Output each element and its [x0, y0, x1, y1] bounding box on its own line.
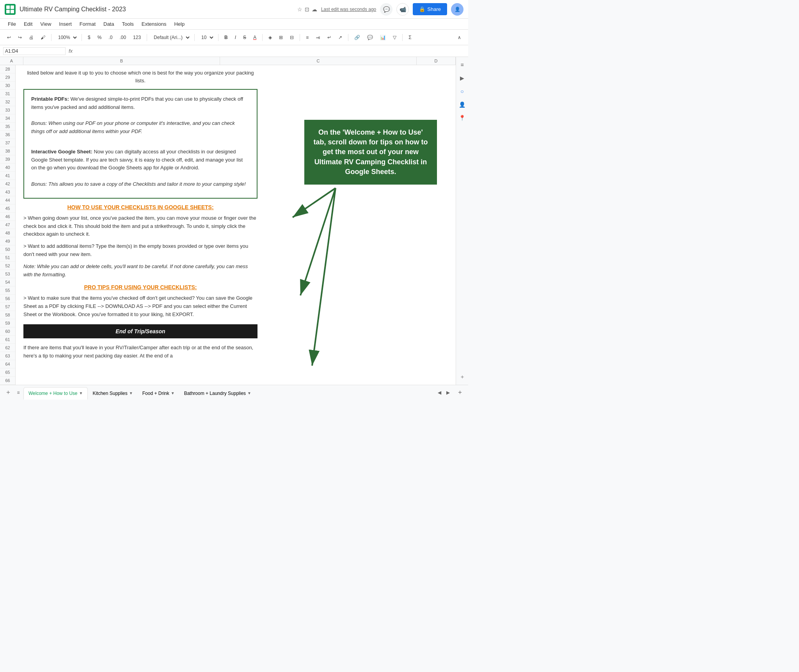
- right-sidebar: ≡ ▶ ○ 👤 📍 ＋: [456, 57, 468, 385]
- decimal2-button[interactable]: .00: [117, 34, 128, 41]
- sidebar-maps-icon[interactable]: 📍: [458, 113, 467, 123]
- tab-prev-button[interactable]: ◀: [435, 389, 443, 396]
- zoom-select[interactable]: 100%: [55, 34, 78, 41]
- paint-format-button[interactable]: 🖌: [38, 34, 48, 41]
- sidebar-tasks-icon[interactable]: ○: [458, 87, 467, 96]
- font-select[interactable]: Default (Ari...): [151, 34, 191, 41]
- divider4: [194, 34, 195, 41]
- filter-button[interactable]: ▽: [391, 34, 399, 41]
- bonus1-text: Bonus: When using our PDF on your phone …: [31, 119, 250, 136]
- toolbar: ↩ ↪ 🖨 🖌 100% $ % .0 .00 123 Default (Ari…: [0, 30, 468, 45]
- title-icons: ☆ ⊡ ☁: [297, 6, 317, 12]
- format123-button[interactable]: 123: [131, 34, 143, 41]
- end-text: If there are items that you'll leave in …: [23, 344, 257, 360]
- print-button[interactable]: 🖨: [27, 34, 36, 41]
- divider3: [147, 34, 147, 41]
- formula-input[interactable]: [76, 48, 465, 54]
- undo-button[interactable]: ↩: [5, 34, 13, 41]
- col-b-header: B: [23, 57, 220, 65]
- currency-button[interactable]: $: [85, 34, 93, 41]
- share-button[interactable]: 🔒 Share: [413, 3, 447, 15]
- functions-button[interactable]: Σ: [406, 34, 414, 41]
- link-button[interactable]: 🔗: [352, 34, 362, 41]
- sidebar-explore-icon[interactable]: ≡: [458, 60, 467, 69]
- document-title: Ultimate RV Camping Checklist - 2023: [20, 6, 293, 13]
- present-mode-icon[interactable]: ⊡: [305, 6, 309, 12]
- wrap-button[interactable]: ↵: [325, 34, 334, 41]
- menu-format[interactable]: Format: [76, 20, 99, 28]
- tab-food-drink[interactable]: Food + Drink ▼: [138, 387, 179, 400]
- star-icon[interactable]: ☆: [297, 6, 302, 12]
- tab-bathroom-chevron[interactable]: ▼: [247, 391, 251, 395]
- interactive-sheet-text: Interactive Google Sheet: Now you can di…: [31, 148, 250, 172]
- tab-welcome-label: Welcome + How to Use: [28, 391, 78, 396]
- tab-kitchen-label: Kitchen Supplies: [92, 391, 127, 396]
- col-a-header: A: [0, 57, 23, 65]
- tab-bathroom-laundry[interactable]: Bathroom + Laundry Supplies ▼: [179, 387, 256, 400]
- lock-icon: 🔒: [419, 6, 425, 12]
- tab-kitchen-chevron[interactable]: ▼: [129, 391, 133, 395]
- font-size-select[interactable]: 10: [198, 34, 215, 41]
- last-edit-label: Last edit was seconds ago: [321, 7, 376, 12]
- valign-button[interactable]: ⫥: [313, 34, 323, 41]
- menu-tools[interactable]: Tools: [119, 20, 137, 28]
- column-headers: A B C D: [0, 57, 456, 65]
- new-sheet-button[interactable]: ＋: [455, 388, 465, 398]
- chart-button[interactable]: 📊: [378, 34, 388, 41]
- svg-line-2: [300, 188, 336, 295]
- add-sheet-button[interactable]: ＋: [3, 388, 13, 398]
- sidebar-people-icon[interactable]: 👤: [458, 100, 467, 109]
- menu-data[interactable]: Data: [100, 20, 117, 28]
- tab-food-chevron[interactable]: ▼: [171, 391, 175, 395]
- comment-icon[interactable]: 💬: [380, 3, 392, 16]
- tab-food-label: Food + Drink: [142, 391, 169, 396]
- menu-view[interactable]: View: [37, 20, 54, 28]
- intro-paragraph: listed below and leave it up to you to c…: [23, 69, 257, 84]
- avatar[interactable]: 👤: [451, 3, 463, 16]
- tab-navigation: ◀ ▶: [435, 389, 452, 396]
- redo-button[interactable]: ↪: [16, 34, 24, 41]
- tab-next-button[interactable]: ▶: [444, 389, 452, 396]
- how-to-heading: HOW TO USE YOUR CHECKLISTS IN GOOGLE SHE…: [23, 204, 257, 210]
- menu-help[interactable]: Help: [171, 20, 188, 28]
- formats-box: Printable PDFs: We've designed simple-to…: [23, 89, 257, 199]
- sidebar-meet-icon[interactable]: ▶: [458, 73, 467, 83]
- tab-bar: ＋ ≡ Welcome + How to Use ▼ Kitchen Suppl…: [0, 385, 468, 400]
- text-color-button[interactable]: A: [251, 34, 259, 41]
- menu-extensions[interactable]: Extensions: [138, 20, 170, 28]
- svg-line-3: [312, 188, 336, 366]
- cloud-icon[interactable]: ☁: [312, 6, 317, 12]
- svg-line-1: [293, 188, 336, 217]
- menu-edit[interactable]: Edit: [21, 20, 36, 28]
- merge-button[interactable]: ⊟: [288, 34, 296, 41]
- italic-button[interactable]: I: [233, 34, 238, 41]
- tab-welcome-how-to-use[interactable]: Welcome + How to Use ▼: [23, 387, 88, 400]
- strikethrough-button[interactable]: S: [241, 34, 249, 41]
- tab-kitchen-supplies[interactable]: Kitchen Supplies ▼: [88, 387, 137, 400]
- pro-tips-heading: PRO TIPS FOR USING YOUR CHECKLISTS:: [23, 284, 257, 290]
- fill-color-button[interactable]: ◈: [266, 34, 274, 41]
- comment-btn[interactable]: 💬: [365, 34, 375, 41]
- menu-file[interactable]: File: [5, 20, 19, 28]
- sidebar-add-icon[interactable]: ＋: [458, 372, 467, 382]
- sheet-menu-button[interactable]: ≡: [13, 388, 23, 398]
- how-to-p1: > When going down your list, once you've…: [23, 214, 257, 238]
- meet-icon[interactable]: 📹: [396, 3, 409, 16]
- divider1: [51, 34, 51, 41]
- borders-button[interactable]: ⊞: [277, 34, 285, 41]
- rotate-button[interactable]: ↗: [336, 34, 344, 41]
- top-bar: Ultimate RV Camping Checklist - 2023 ☆ ⊡…: [0, 0, 468, 19]
- align-button[interactable]: ≡: [304, 34, 311, 41]
- content-area[interactable]: listed below and leave it up to you to c…: [16, 65, 456, 385]
- percent-button[interactable]: %: [95, 34, 104, 41]
- printable-pdfs-text: Printable PDFs: We've designed simple-to…: [31, 95, 250, 112]
- col-c-header: C: [220, 57, 417, 65]
- divider6: [262, 34, 263, 41]
- divider7: [300, 34, 300, 41]
- bold-button[interactable]: B: [222, 34, 230, 41]
- collapse-button[interactable]: ∧: [455, 34, 463, 41]
- decimal1-button[interactable]: .0: [106, 34, 115, 41]
- tab-welcome-chevron[interactable]: ▼: [79, 391, 83, 395]
- cell-reference[interactable]: [3, 47, 66, 55]
- menu-insert[interactable]: Insert: [56, 20, 75, 28]
